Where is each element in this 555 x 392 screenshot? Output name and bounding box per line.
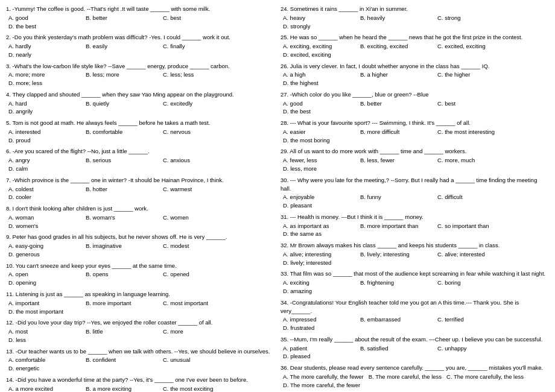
option-24-3: D. strongly [283, 22, 355, 31]
option-26-2: C. the higher [437, 71, 510, 79]
options-2: A. hardlyB. easilyC. finallyD. nearly [6, 42, 274, 59]
option-5-2: C. nervous [163, 128, 235, 136]
question-text-32: 32. Mr Brown always makes his class ____… [281, 241, 549, 250]
option-35-3: D. pleased [283, 352, 355, 361]
option-28-2: C. the most interesting [437, 128, 510, 136]
question-text-7: 7. -Which province is the ______ one in … [6, 176, 274, 185]
option-3-0: A. more; more [8, 71, 81, 79]
option-36-3: D. The more careful, the fewer [283, 381, 360, 390]
question-8: 8. I don't think looking after children … [6, 204, 274, 230]
option-1-0: A. good [8, 14, 81, 22]
option-3-3: D. more; less [8, 79, 81, 87]
option-24-0: A. heavy [283, 14, 355, 22]
option-4-3: D. angrily [8, 107, 81, 116]
options-1: A. goodB. betterC. bestD. the best [6, 14, 274, 31]
options-13: A. comfortableB. confidentC. unusualD. e… [6, 356, 274, 373]
option-25-3: D. excited, exciting [283, 51, 355, 59]
option-13-3: D. energetic [8, 364, 81, 373]
option-27-1: B. better [360, 100, 433, 108]
question-text-12: 12. -Did you love your day trip? --Yes, … [6, 318, 274, 327]
question-text-25: 25. He was so ______ when he heard the _… [281, 33, 549, 42]
option-25-0: A. exciting, exciting [283, 42, 355, 51]
option-29-3: D. less, more [283, 165, 355, 173]
option-11-1: B. more important [86, 299, 158, 308]
option-27-3: D. the best [283, 107, 355, 116]
option-7-2: C. warmest [163, 185, 235, 194]
option-6-3: D. calm [8, 165, 81, 173]
question-35: 35. --Mum, I'm really ______ about the r… [281, 335, 549, 361]
option-31-0: A. as important as [283, 222, 355, 230]
options-31: A. as important asB. more important than… [281, 222, 549, 239]
question-text-6: 6. -Are you scared of the flight? --No, … [6, 147, 274, 156]
question-34: 34. -Congratulations! Your English teach… [281, 299, 549, 332]
option-10-0: A. open [8, 270, 81, 279]
question-14: 14. -Did you have a wonderful time at th… [6, 376, 274, 392]
question-text-35: 35. --Mum, I'm really ______ about the r… [281, 335, 549, 344]
question-30: 30. --- Why were you late for the meetin… [281, 176, 549, 210]
question-27: 27. -Which color do you like ______, blu… [281, 90, 549, 116]
option-14-0: A. a more excited [8, 385, 81, 392]
option-35-1: B. satisfied [360, 344, 433, 353]
options-25: A. exciting, excitingB. exciting, excite… [281, 42, 549, 59]
question-6: 6. -Are you scared of the flight? --No, … [6, 147, 274, 172]
option-34-1: B. embarrassed [360, 315, 433, 324]
option-30-0: A. enjoyable [283, 193, 355, 201]
option-33-2: C. boring [437, 279, 510, 287]
option-8-0: A. woman [8, 213, 81, 222]
option-6-1: B. serious [86, 156, 158, 165]
question-24: 24. Sometimes it rains ______ in Xi'an i… [281, 5, 549, 30]
option-7-3: D. cooler [8, 193, 81, 201]
option-32-2: C. alive; interested [437, 250, 510, 259]
question-13: 13. -Our teacher wants us to be ______ w… [6, 347, 274, 373]
options-5: A. interestedB. comfortableC. nervousD. … [6, 128, 274, 145]
option-2-2: C. finally [163, 42, 235, 51]
question-4: 4. They clapped and shouted ______ when … [6, 90, 274, 116]
option-13-0: A. comfortable [8, 356, 81, 364]
option-10-2: C. opened [163, 270, 235, 279]
question-text-24: 24. Sometimes it rains ______ in Xi'an i… [281, 5, 549, 13]
option-34-2: C. terrified [437, 315, 510, 324]
option-29-0: A. fewer, less [283, 156, 355, 165]
options-4: A. hardB. quietlyC. excitedlyD. angrily [6, 100, 274, 116]
question-text-29: 29. All of us want to do more work with … [281, 147, 549, 156]
question-text-13: 13. -Our teacher wants us to be ______ w… [6, 347, 274, 356]
question-11: 11. Listening is just as ______ as speak… [6, 290, 274, 315]
option-13-2: C. unusual [163, 356, 235, 364]
option-33-0: A. exciting [283, 279, 355, 287]
option-28-3: D. the most boring [283, 136, 355, 145]
option-31-1: B. more important than [360, 222, 433, 230]
question-3: 3. -What's the low-carbon life style lik… [6, 62, 274, 87]
question-text-10: 10. You can't sneeze and keep your eyes … [6, 262, 274, 270]
options-27: A. goodB. betterC. bestD. the best [281, 100, 549, 116]
option-31-2: C. so important than [437, 222, 510, 230]
option-11-0: A. important [8, 299, 81, 308]
option-9-2: C. modest [163, 242, 235, 250]
option-4-2: C. excitedly [163, 100, 235, 108]
option-28-0: A. easier [283, 128, 355, 136]
option-29-1: B. less, fewer [360, 156, 433, 165]
option-5-3: D. proud [8, 136, 81, 145]
option-36-0: A. The more carefully, the fewer [283, 373, 364, 381]
options-6: A. angryB. seriousC. anxiousD. calm [6, 156, 274, 173]
option-30-3: D. pleasant [283, 201, 355, 210]
option-8-3: D. women's [8, 222, 81, 230]
options-35: A. patientB. satisfiedC. unhappyD. pleas… [281, 344, 549, 361]
question-text-9: 9. Peter has good grades in all his subj… [6, 233, 274, 241]
option-14-2: C. the most exciting [163, 385, 235, 392]
option-26-1: B. a higher [360, 71, 433, 79]
question-36: 36. Dear students, please read every sen… [281, 364, 549, 389]
options-11: A. importantB. more importantC. most imp… [6, 299, 274, 316]
option-31-3: D. the same as [283, 230, 355, 238]
option-29-2: C. more, much [437, 156, 510, 165]
option-1-2: C. best [163, 14, 235, 22]
option-30-2: C. difficult [437, 193, 510, 201]
option-1-3: D. the best [8, 22, 81, 31]
question-2: 2. -Do you think yesterday's math proble… [6, 33, 274, 58]
question-28: 28. --- What is your favourite sport? --… [281, 119, 549, 144]
question-26: 26. Julia is very clever. In fact, I dou… [281, 62, 549, 87]
option-24-1: B. heavily [360, 14, 433, 22]
question-text-2: 2. -Do you think yesterday's math proble… [6, 33, 274, 42]
options-30: A. enjoyableB. funnyC. difficultD. pleas… [281, 193, 549, 210]
option-13-1: B. confident [86, 356, 158, 364]
options-26: A. a highB. a higherC. the higherD. the … [281, 71, 549, 87]
